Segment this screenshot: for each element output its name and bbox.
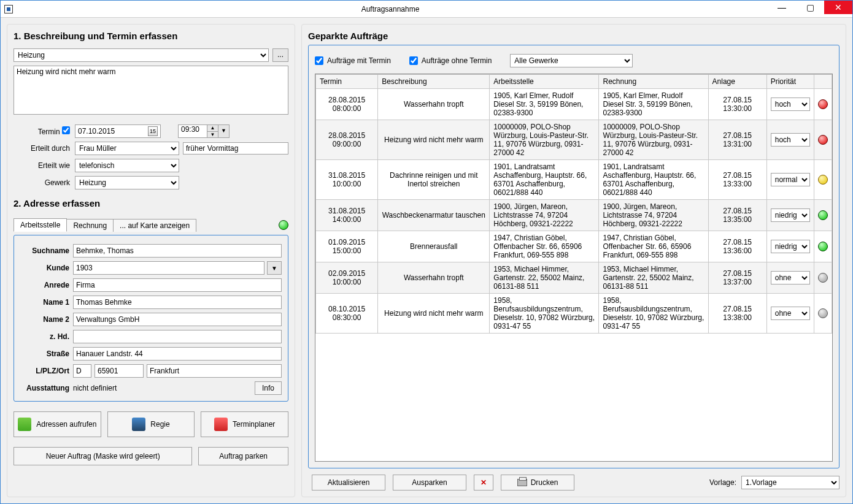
info-button[interactable]: Info xyxy=(255,381,282,395)
category-select[interactable]: Heizung xyxy=(14,48,269,62)
auftrag-parken-button[interactable]: Auftrag parken xyxy=(198,447,288,465)
cell-prioritaet[interactable]: normal xyxy=(766,160,814,200)
strasse-label: Straße xyxy=(20,349,69,358)
delete-button[interactable]: ✕ xyxy=(474,475,493,491)
kunde-dropdown-button[interactable]: ▼ xyxy=(267,261,282,275)
cell-arbeitsstelle: 1947, Christian Göbel, Offenbacher Str. … xyxy=(490,231,599,262)
zhd-input[interactable] xyxy=(73,330,282,343)
priority-select[interactable]: normal xyxy=(771,173,810,186)
minimize-button[interactable]: — xyxy=(768,1,796,14)
strasse-input[interactable] xyxy=(73,347,282,361)
gewerke-select[interactable]: Alle Gewerke xyxy=(510,54,633,67)
priority-select[interactable]: niedrig xyxy=(771,208,810,222)
cell-anlage: 27.08.1513:36:00 xyxy=(708,231,766,262)
x-icon: ✕ xyxy=(481,478,487,487)
time-spinner[interactable]: ▲▼ xyxy=(207,124,218,138)
description-textarea[interactable]: Heizung wird nicht mehr warm xyxy=(14,66,288,115)
cell-beschreibung: Dachrinne reinigen und mit Inertol strei… xyxy=(378,160,490,200)
ausparken-button[interactable]: Ausparken xyxy=(393,475,466,491)
content: 1. Beschreibung und Termin erfassen Heiz… xyxy=(1,18,852,503)
kunde-input[interactable] xyxy=(73,261,264,275)
col-termin[interactable]: Termin xyxy=(316,75,378,89)
table-row[interactable]: 31.08.201510:00:00Dachrinne reinigen und… xyxy=(316,160,832,200)
priority-select[interactable]: hoch xyxy=(771,133,810,147)
cell-anlage: 27.08.1513:38:00 xyxy=(708,294,766,334)
cell-prioritaet[interactable]: ohne xyxy=(766,262,814,294)
ort-input[interactable] xyxy=(147,364,282,378)
table-row[interactable]: 28.08.201508:00:00Wasserhahn tropft1905,… xyxy=(316,89,832,120)
orders-table-wrap[interactable]: Termin Beschreibung Arbeitsstelle Rechnu… xyxy=(315,74,833,462)
kunde-label: Kunde xyxy=(20,264,69,272)
regie-button[interactable]: Regie xyxy=(107,411,195,437)
col-anlage[interactable]: Anlage xyxy=(708,75,766,89)
erteilt-durch-note-input[interactable] xyxy=(183,142,288,155)
col-rechnung[interactable]: Rechnung xyxy=(599,75,708,89)
close-button[interactable]: ✕ xyxy=(824,1,852,14)
cell-prioritaet[interactable]: ohne xyxy=(766,294,814,334)
cell-anlage: 27.08.1513:35:00 xyxy=(708,200,766,231)
anrede-input[interactable] xyxy=(73,278,282,292)
tab-karte[interactable]: ... auf Karte anzeigen xyxy=(113,219,196,232)
app-window: Auftragsannahme — ▢ ✕ 1. Beschreibung un… xyxy=(0,0,853,504)
cell-termin: 31.08.201514:00:00 xyxy=(316,200,378,231)
table-row[interactable]: 08.10.201508:30:00Heizung wird nicht meh… xyxy=(316,294,832,334)
gewerk-select[interactable]: Heizung xyxy=(75,176,179,189)
table-row[interactable]: 01.09.201515:00:00Brennerausfall1947, Ch… xyxy=(316,231,832,262)
table-row[interactable]: 28.08.201509:00:00Heizung wird nicht meh… xyxy=(316,120,832,160)
adressen-aufrufen-button[interactable]: Adressen aufrufen xyxy=(14,411,101,437)
filter-ohne-checkbox[interactable] xyxy=(409,56,418,65)
cell-rechnung: 1905, Karl Elmer, Rudolf Diesel Str. 3, … xyxy=(599,89,708,120)
col-beschreibung[interactable]: Beschreibung xyxy=(378,75,490,89)
aktualisieren-button[interactable]: Aktualisieren xyxy=(312,475,385,491)
cell-prioritaet[interactable]: niedrig xyxy=(766,200,814,231)
name1-input[interactable] xyxy=(73,296,282,309)
cell-beschreibung: Heizung wird nicht mehr warm xyxy=(378,120,490,160)
titlebar: Auftragsannahme — ▢ ✕ xyxy=(1,1,852,18)
tab-arbeitsstelle[interactable]: Arbeitsstelle xyxy=(14,218,67,232)
vorlage-label: Vorlage: xyxy=(709,478,736,487)
priority-select[interactable]: niedrig xyxy=(771,240,810,253)
table-row[interactable]: 31.08.201514:00:00Waschbeckenarmatur tau… xyxy=(316,200,832,231)
suchname-input[interactable] xyxy=(73,244,282,258)
col-arbeitsstelle[interactable]: Arbeitsstelle xyxy=(490,75,599,89)
maximize-button[interactable]: ▢ xyxy=(796,1,824,14)
right-inner: Aufträge mit Termin Aufträge ohne Termin… xyxy=(308,45,839,468)
land-input[interactable] xyxy=(73,364,91,378)
neuer-auftrag-button[interactable]: Neuer Auftrag (Maske wird geleert) xyxy=(14,447,192,465)
cell-prioritaet[interactable]: niedrig xyxy=(766,231,814,262)
col-prioritaet[interactable]: Priorität xyxy=(766,75,814,89)
suchname-label: Suchname xyxy=(20,246,69,255)
name2-input[interactable] xyxy=(73,313,282,326)
cell-beschreibung: Wasserhahn tropft xyxy=(378,89,490,120)
cell-arbeitsstelle: 1901, Landratsamt Aschaffenburg, Hauptst… xyxy=(490,160,599,200)
filter-bar: Aufträge mit Termin Aufträge ohne Termin… xyxy=(315,52,833,74)
cell-prioritaet[interactable]: hoch xyxy=(766,89,814,120)
calendar-icon[interactable]: 15 xyxy=(148,126,158,136)
filter-ohne-termin[interactable]: Aufträge ohne Termin xyxy=(409,56,492,65)
filter-mit-termin[interactable]: Aufträge mit Termin xyxy=(315,56,391,65)
erteilt-wie-select[interactable]: telefonisch xyxy=(75,159,179,172)
filter-mit-checkbox[interactable] xyxy=(315,56,323,65)
category-more-button[interactable]: ... xyxy=(272,48,288,62)
termin-time-input[interactable]: 09:30 xyxy=(178,124,207,138)
erteilt-wie-label: Erteilt wie xyxy=(14,161,70,170)
erteilt-durch-select[interactable]: Frau Müller xyxy=(75,142,179,155)
priority-select[interactable]: ohne xyxy=(771,307,810,320)
plz-input[interactable] xyxy=(95,364,144,378)
terminplaner-button[interactable]: Terminplaner xyxy=(201,411,288,437)
cell-status xyxy=(814,160,832,200)
priority-select[interactable]: hoch xyxy=(771,97,810,111)
cell-termin: 31.08.201510:00:00 xyxy=(316,160,378,200)
table-row[interactable]: 02.09.201510:00:00Wasserhahn tropft1953,… xyxy=(316,262,832,294)
app-icon xyxy=(4,5,13,13)
termin-checkbox[interactable] xyxy=(62,126,70,134)
cell-prioritaet[interactable]: hoch xyxy=(766,120,814,160)
termin-date-input[interactable]: 07.10.201515 xyxy=(75,124,161,138)
priority-select[interactable]: ohne xyxy=(771,271,810,284)
cell-beschreibung: Heizung wird nicht mehr warm xyxy=(378,294,490,334)
tab-rechnung[interactable]: Rechnung xyxy=(66,219,114,232)
drucken-button[interactable]: Drucken xyxy=(501,475,574,491)
vorlage-select[interactable]: 1.Vorlage xyxy=(741,476,839,489)
time-dropdown[interactable]: ▼ xyxy=(218,124,230,138)
window-title: Auftragsannahme xyxy=(13,5,768,13)
